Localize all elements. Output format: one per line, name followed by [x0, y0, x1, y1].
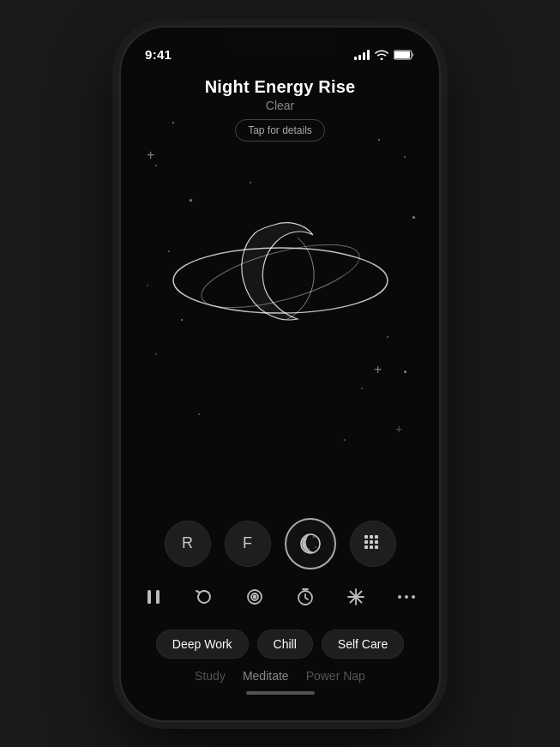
large-icon-row: R F	[138, 518, 422, 569]
tab-study[interactable]: Study	[195, 669, 226, 683]
refresh-icon	[195, 587, 214, 606]
chill-tag[interactable]: Chill	[257, 630, 313, 659]
more-button[interactable]	[392, 581, 422, 612]
svg-rect-20	[156, 590, 160, 604]
moon-button[interactable]	[285, 518, 336, 569]
star-button[interactable]	[341, 581, 371, 612]
track-subtitle: Clear	[138, 99, 422, 112]
more-icon	[397, 593, 416, 600]
airplay-button[interactable]	[239, 581, 269, 612]
bottom-tabs: Study Meditate Power Nap	[138, 669, 422, 683]
svg-point-2	[173, 248, 388, 313]
status-icons	[354, 50, 415, 60]
grid-button[interactable]	[350, 521, 396, 567]
star-icon	[346, 587, 365, 606]
screen: 9:41 Night Energy Rise	[121, 27, 439, 720]
svg-point-8	[315, 546, 316, 548]
phone-frame: 9:41 Night Energy Rise	[119, 26, 441, 722]
moon-icon	[298, 532, 322, 556]
f-label: F	[243, 534, 252, 552]
svg-point-23	[253, 595, 256, 598]
svg-point-31	[412, 595, 415, 599]
wifi-icon	[375, 50, 388, 60]
svg-rect-14	[370, 540, 373, 544]
grid-icon	[363, 533, 383, 554]
pause-icon	[144, 587, 163, 606]
svg-rect-11	[370, 535, 373, 539]
svg-point-30	[405, 595, 408, 599]
timer-icon	[296, 587, 315, 606]
deep-work-tag[interactable]: Deep Work	[156, 630, 249, 659]
planet-illustration	[160, 148, 400, 388]
r-label: R	[182, 534, 193, 552]
self-care-tag[interactable]: Self Care	[322, 630, 404, 659]
pause-button[interactable]	[138, 581, 168, 612]
svg-rect-10	[364, 535, 368, 539]
svg-point-29	[398, 595, 401, 599]
f-button[interactable]: F	[225, 521, 271, 567]
svg-rect-1	[394, 51, 410, 58]
svg-point-6	[312, 535, 315, 538]
svg-rect-18	[375, 545, 378, 549]
tab-power-nap[interactable]: Power Nap	[306, 669, 365, 683]
refresh-button[interactable]	[189, 581, 219, 612]
tags-row: Deep Work Chill Self Care	[138, 630, 422, 659]
svg-rect-17	[370, 545, 373, 549]
track-title: Night Energy Rise	[138, 77, 422, 97]
svg-rect-15	[375, 540, 378, 544]
bottom-section: R F	[121, 518, 439, 720]
svg-rect-16	[364, 545, 368, 549]
status-bar: 9:41	[121, 27, 439, 70]
airplay-icon	[245, 587, 264, 606]
small-icon-row	[138, 581, 422, 612]
svg-rect-13	[364, 540, 368, 544]
svg-rect-12	[375, 535, 378, 539]
status-time: 9:41	[145, 47, 172, 62]
svg-rect-19	[148, 590, 151, 604]
r-button[interactable]: R	[165, 521, 211, 567]
signal-icon	[354, 50, 370, 60]
battery-icon	[394, 50, 415, 60]
timer-button[interactable]	[291, 581, 321, 612]
scroll-indicator	[246, 691, 315, 695]
header: Night Energy Rise Clear Tap for details	[121, 70, 439, 142]
tap-details-button[interactable]: Tap for details	[235, 119, 325, 142]
tab-meditate[interactable]: Meditate	[243, 669, 289, 683]
